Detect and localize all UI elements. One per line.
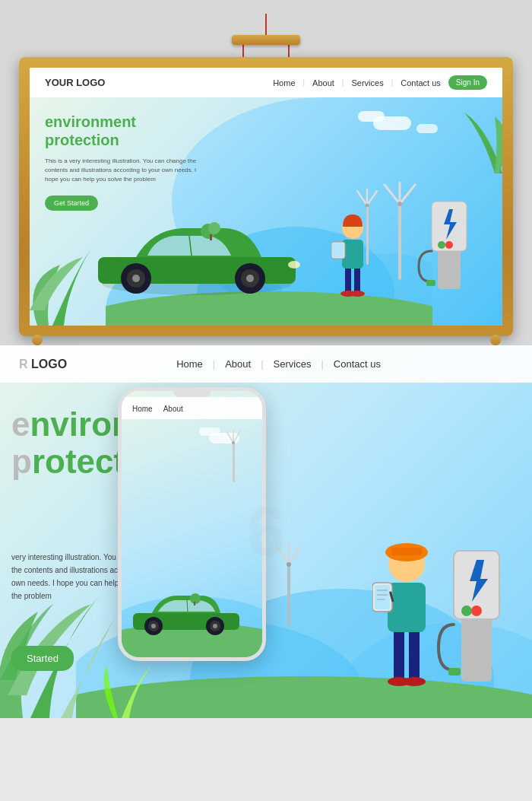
frame-inner: YOUR LOGO Home | About | Services | Cont… bbox=[30, 68, 502, 326]
bottom-charger-svg bbox=[435, 537, 518, 689]
bottom-logo: R LOGO bbox=[19, 358, 67, 371]
frame-bottom-wires bbox=[32, 335, 501, 345]
hanger-section: YOUR LOGO Home | About | Services | Cont… bbox=[0, 0, 532, 345]
wind-turbine-1 bbox=[381, 181, 419, 280]
svg-rect-62 bbox=[194, 602, 195, 606]
phone-nav-about: About bbox=[163, 405, 183, 413]
svg-point-35 bbox=[350, 291, 365, 297]
plants-right-svg bbox=[457, 113, 502, 173]
svg-line-48 bbox=[233, 431, 240, 443]
phone-notch bbox=[173, 391, 211, 397]
phone-car bbox=[129, 586, 243, 636]
nav-link-services[interactable]: Services bbox=[347, 77, 388, 89]
svg-rect-65 bbox=[388, 583, 426, 632]
svg-rect-83 bbox=[448, 668, 461, 675]
svg-line-6 bbox=[400, 185, 415, 204]
svg-point-77 bbox=[403, 677, 426, 686]
svg-rect-28 bbox=[354, 266, 360, 293]
nav-link-contact[interactable]: Contact us bbox=[396, 77, 445, 89]
svg-line-5 bbox=[385, 185, 400, 204]
svg-rect-27 bbox=[345, 266, 351, 293]
phone-mockup: Home About bbox=[118, 387, 266, 661]
phone-nav-bar: Home About bbox=[122, 397, 262, 419]
bottom-sep-3: | bbox=[321, 358, 323, 370]
cloud-2 bbox=[358, 111, 385, 122]
svg-point-82 bbox=[471, 606, 482, 616]
svg-point-40 bbox=[445, 241, 453, 249]
bottom-nav-services[interactable]: Services bbox=[268, 357, 318, 371]
svg-rect-71 bbox=[375, 585, 390, 609]
nav-link-home[interactable]: Home bbox=[268, 77, 299, 89]
electric-car-svg bbox=[90, 211, 303, 295]
svg-rect-46 bbox=[233, 443, 235, 482]
hero-section: environment protection This is a very in… bbox=[30, 97, 502, 326]
svg-point-81 bbox=[461, 606, 472, 616]
svg-line-86 bbox=[289, 546, 301, 564]
hero-content: environment protection This is a very in… bbox=[45, 113, 197, 211]
phone-nav-home: Home bbox=[132, 405, 153, 413]
phone-cloud-2 bbox=[199, 428, 220, 436]
get-started-button[interactable]: Get Started bbox=[45, 195, 98, 211]
nav-sep-3: | bbox=[391, 78, 394, 87]
svg-line-11 bbox=[367, 191, 377, 205]
charging-station-svg bbox=[415, 190, 483, 297]
svg-point-8 bbox=[397, 202, 402, 206]
svg-rect-84 bbox=[287, 564, 290, 627]
svg-point-88 bbox=[287, 562, 291, 567]
wooden-frame: YOUR LOGO Home | About | Services | Cont… bbox=[19, 57, 513, 336]
phone-screen: Home About bbox=[122, 391, 262, 657]
nav-sep-2: | bbox=[342, 78, 344, 87]
frame-hook-right bbox=[490, 335, 501, 345]
hero-title: environment protection bbox=[45, 113, 197, 149]
svg-point-39 bbox=[438, 241, 445, 249]
bottom-nav-links: Home | About | Services | Contact us bbox=[170, 357, 387, 371]
nav-sep-1: | bbox=[303, 78, 306, 87]
hanger-left-wire bbox=[242, 45, 244, 57]
bottom-nav-contact[interactable]: Contact us bbox=[328, 357, 387, 371]
bottom-turbine-1 bbox=[274, 543, 304, 627]
nav-links: Home | About | Services | Contact us Sig… bbox=[268, 75, 487, 90]
hanger-right-wire bbox=[288, 45, 290, 57]
svg-point-25 bbox=[208, 222, 220, 234]
bottom-section: R LOGO Home | About | Services | Contact… bbox=[0, 345, 532, 718]
hanger-string-top bbox=[265, 14, 267, 35]
svg-line-47 bbox=[226, 431, 233, 443]
plants-left-svg bbox=[30, 219, 106, 326]
svg-line-85 bbox=[277, 546, 289, 564]
svg-rect-33 bbox=[333, 243, 344, 257]
bottom-nav-home[interactable]: Home bbox=[170, 357, 209, 371]
svg-point-23 bbox=[288, 261, 300, 269]
svg-rect-41 bbox=[426, 280, 435, 286]
sign-in-button[interactable]: Sign In bbox=[448, 75, 487, 90]
svg-point-50 bbox=[232, 441, 235, 444]
svg-rect-63 bbox=[394, 628, 404, 682]
svg-rect-64 bbox=[409, 628, 420, 682]
svg-point-57 bbox=[151, 624, 156, 628]
nav-link-about[interactable]: About bbox=[308, 77, 339, 89]
hanger-rod bbox=[232, 35, 300, 45]
svg-point-60 bbox=[213, 624, 217, 628]
bottom-nav: R LOGO Home | About | Services | Contact… bbox=[0, 345, 532, 383]
bottom-sep-2: | bbox=[261, 358, 263, 370]
svg-point-22 bbox=[246, 275, 254, 282]
svg-rect-26 bbox=[210, 234, 212, 240]
svg-line-10 bbox=[357, 191, 367, 205]
cloud-3 bbox=[416, 124, 438, 133]
svg-rect-68 bbox=[391, 548, 422, 555]
bottom-sep-1: | bbox=[213, 358, 215, 370]
hero-description: This is a very interesting illustration.… bbox=[45, 157, 197, 184]
svg-rect-4 bbox=[398, 204, 401, 280]
frame-hook-left bbox=[32, 335, 43, 345]
person-svg bbox=[331, 205, 373, 297]
bottom-nav-about[interactable]: About bbox=[219, 357, 257, 371]
nav-bar: YOUR LOGO Home | About | Services | Cont… bbox=[30, 68, 502, 97]
phone-turbine bbox=[224, 429, 243, 482]
bottom-get-started-button[interactable]: Started bbox=[11, 646, 74, 671]
svg-point-19 bbox=[132, 275, 140, 282]
bottom-person-svg bbox=[372, 522, 441, 689]
logo: YOUR LOGO bbox=[45, 77, 105, 88]
